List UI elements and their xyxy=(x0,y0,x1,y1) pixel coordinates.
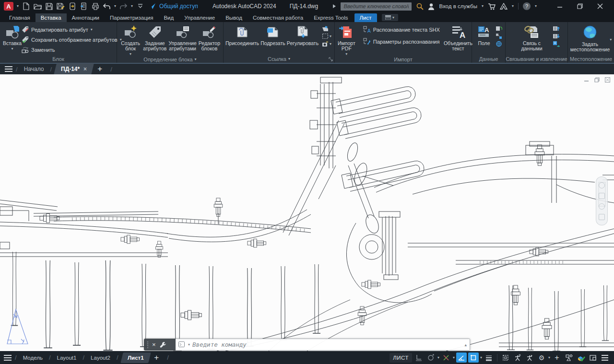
paper-space-button[interactable]: ЛИСТ xyxy=(390,353,412,363)
restore-button[interactable] xyxy=(570,0,590,12)
command-line-drag-handle[interactable] xyxy=(147,341,148,348)
file-tab-document[interactable]: ПД-14* × xyxy=(54,63,94,75)
customize-wrench-icon[interactable] xyxy=(160,341,166,348)
object-snap-icon[interactable] xyxy=(468,352,479,363)
close-button[interactable] xyxy=(590,0,610,12)
combine-text-button[interactable]: A Объединить текст xyxy=(444,24,472,51)
customization-menu-icon[interactable] xyxy=(600,352,610,363)
tab-manage[interactable]: Управление xyxy=(179,13,220,22)
viewport-restore-icon[interactable] xyxy=(594,77,600,82)
define-attributes-button[interactable]: Задание атрибутов xyxy=(143,24,166,51)
create-block-button[interactable]: Создать блок ▾ xyxy=(120,24,141,56)
tab-insert[interactable]: Вставка xyxy=(35,13,67,22)
new-layout-button[interactable]: + xyxy=(149,353,164,363)
recent-commands-icon[interactable] xyxy=(178,341,186,348)
annotation-autoscale-icon[interactable] xyxy=(524,352,535,363)
share-label[interactable]: Общий доступ xyxy=(159,3,198,10)
viewport-minimize-icon[interactable] xyxy=(584,77,589,82)
file-tab-close-icon[interactable]: × xyxy=(83,66,87,72)
file-tabs-menu-icon[interactable] xyxy=(5,66,12,72)
layout-menu-icon[interactable] xyxy=(4,355,12,361)
snap-to-underlays-button[interactable]: ▾ xyxy=(322,41,331,47)
frames-button[interactable]: ▾ xyxy=(322,33,331,39)
steering-wheel-icon[interactable] xyxy=(599,182,605,188)
insert-block-button[interactable]: Вставка ▾ xyxy=(3,24,22,51)
recognition-settings-button[interactable]: Параметры распознавания xyxy=(363,37,440,46)
update-fields-button[interactable] xyxy=(496,25,502,32)
tab-parametric[interactable]: Параметризация xyxy=(105,13,158,22)
isodraft-caret-icon[interactable]: ▾ xyxy=(437,356,439,360)
app-logo-icon[interactable]: A xyxy=(4,2,13,11)
field-button[interactable]: A Поле xyxy=(475,24,493,46)
user-icon[interactable] xyxy=(428,3,435,10)
command-input[interactable] xyxy=(192,341,462,348)
autodesk-logo-icon[interactable] xyxy=(500,3,508,10)
workspace-gear-icon[interactable]: ⚙ xyxy=(536,352,547,363)
orbit-icon[interactable] xyxy=(599,214,605,220)
annotation-monitor-icon[interactable]: + xyxy=(552,352,562,363)
snap-mode-icon[interactable] xyxy=(413,352,424,363)
search-input[interactable] xyxy=(341,2,412,11)
redo-caret-icon[interactable]: ▾ xyxy=(131,4,133,8)
zoom-icon[interactable] xyxy=(599,203,605,210)
manage-attributes-button[interactable]: Управление атрибутами xyxy=(168,24,196,51)
upload-to-source-button[interactable] xyxy=(553,33,560,39)
download-from-source-button[interactable] xyxy=(553,41,560,47)
print-icon[interactable] xyxy=(91,2,99,11)
file-tab-start[interactable]: Начало xyxy=(21,64,47,74)
isodraft-icon[interactable] xyxy=(425,352,436,363)
layout-tab-list1[interactable]: Лист1 xyxy=(120,352,151,363)
redo-icon[interactable] xyxy=(119,2,128,11)
layout-tab-model[interactable]: Модель xyxy=(20,353,46,363)
tab-main[interactable]: Главная xyxy=(4,13,35,22)
sign-in-caret-icon[interactable]: ▾ xyxy=(482,4,484,8)
set-location-button[interactable]: Задать местоположение xyxy=(570,24,610,52)
tab-view[interactable]: Вид xyxy=(158,13,179,22)
tab-collaborate[interactable]: Совместная работа xyxy=(248,13,308,22)
app-menu-caret-icon[interactable]: ▾ xyxy=(17,4,19,8)
annotation-visibility-icon[interactable] xyxy=(512,352,523,363)
clip-button[interactable]: Подрезать xyxy=(260,24,286,46)
recognize-shx-text-button[interactable]: A Распознавание текста SHX xyxy=(363,25,440,34)
snap-point-icon[interactable] xyxy=(441,352,451,363)
adjust-button[interactable]: Регулировать xyxy=(288,24,318,46)
search-history-icon[interactable] xyxy=(332,4,336,9)
layout-tab-layout1[interactable]: Layout1 xyxy=(54,353,80,363)
clean-screen-icon[interactable] xyxy=(588,352,598,363)
selection-cycling-icon[interactable] xyxy=(500,352,511,363)
block-editor-button[interactable]: Редактор блоков xyxy=(199,24,220,51)
data-link-button[interactable]: Связь с данными xyxy=(514,24,550,51)
pan-icon[interactable] xyxy=(599,193,605,199)
tab-layout[interactable]: Лист xyxy=(354,13,377,22)
attach-button[interactable]: Присоединить xyxy=(226,24,258,46)
reference-dialog-launcher[interactable] xyxy=(329,57,333,61)
save-icon[interactable] xyxy=(45,2,53,11)
polar-tracking-icon[interactable] xyxy=(456,352,467,363)
plot-icon[interactable] xyxy=(80,2,88,11)
lineweight-icon[interactable] xyxy=(484,352,494,363)
share-icon[interactable] xyxy=(148,2,156,11)
navigation-bar[interactable] xyxy=(596,176,608,225)
viewport-close-icon[interactable] xyxy=(605,77,610,82)
open-from-web-mobile-icon[interactable] xyxy=(68,2,76,11)
panel-block-definition-label[interactable]: Определение блока▾ xyxy=(117,56,223,63)
ole-object-button[interactable] xyxy=(496,33,502,39)
edit-attribute-button[interactable]: Редактировать атрибут ▾ xyxy=(22,25,122,34)
new-file-icon[interactable] xyxy=(22,2,30,11)
ribbon-display-toggle[interactable]: ▾ xyxy=(382,14,398,21)
sign-in-label[interactable]: Вход в службы xyxy=(439,3,477,9)
command-expand-icon[interactable]: ▴ xyxy=(464,342,467,347)
tab-annotate[interactable]: Аннотации xyxy=(67,13,105,22)
extract-data-button[interactable] xyxy=(553,25,560,32)
underlay-layers-button[interactable] xyxy=(322,25,331,32)
qat-customize-icon[interactable] xyxy=(136,2,144,11)
undo-caret-icon[interactable]: ▾ xyxy=(114,4,116,8)
panel-reference-label[interactable]: Ссылка▾ xyxy=(224,55,334,63)
minimize-button[interactable] xyxy=(550,0,570,12)
new-drawing-button[interactable]: + xyxy=(93,64,107,74)
app-store-cart-icon[interactable] xyxy=(488,3,496,10)
engine-drawing[interactable] xyxy=(0,74,614,351)
hyperlink-button[interactable] xyxy=(496,41,502,47)
search-icon[interactable] xyxy=(416,2,424,10)
replace-block-button[interactable]: Заменить xyxy=(22,45,122,54)
